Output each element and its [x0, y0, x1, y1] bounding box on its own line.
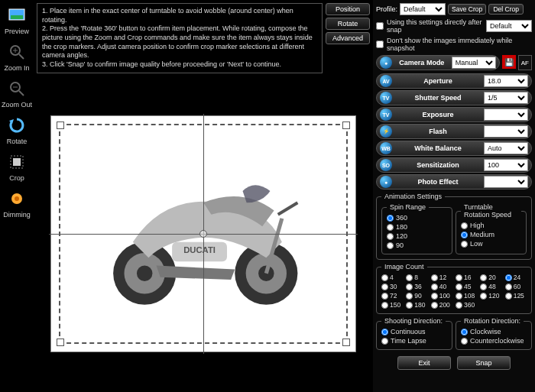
speed-option[interactable]: Medium [461, 231, 521, 238]
shoot-option[interactable]: Continuous [381, 328, 447, 335]
imgcount-radio[interactable] [381, 274, 388, 281]
advanced-button[interactable]: Advanced [326, 32, 370, 44]
imgcount-option[interactable]: 90 [406, 292, 427, 300]
del-crop-button[interactable]: Del Crop [488, 4, 524, 15]
imgcount-option[interactable]: 200 [431, 301, 452, 309]
setting-select[interactable]: 100 [484, 159, 528, 171]
imgcount-option[interactable]: 45 [456, 283, 477, 290]
rot-radio[interactable] [461, 329, 468, 335]
shoot-radio[interactable] [381, 329, 388, 335]
imgcount-option[interactable]: 360 [456, 301, 477, 309]
imgcount-radio[interactable] [505, 293, 512, 300]
crop-handle-bl[interactable] [57, 339, 64, 346]
imgcount-radio[interactable] [406, 293, 413, 300]
imgcount-option[interactable]: 180 [406, 301, 427, 309]
imgcount-radio[interactable] [505, 283, 512, 290]
preview-canvas[interactable]: DUCATI [50, 115, 356, 352]
speed-radio[interactable] [461, 222, 468, 229]
imgcount-radio[interactable] [431, 293, 438, 300]
crop-handle-tr[interactable] [342, 121, 350, 129]
shoot-option[interactable]: Time Lapse [381, 337, 447, 345]
imgcount-radio[interactable] [406, 302, 413, 309]
setting-select[interactable]: 18.0 [484, 75, 528, 87]
speed-option[interactable]: High [461, 222, 521, 229]
spin-radio[interactable] [387, 224, 394, 231]
sidebar-zoom-out[interactable]: Zoom Out [2, 78, 32, 109]
rot-option[interactable]: Clockwise [461, 328, 527, 335]
setting-select[interactable] [484, 176, 528, 188]
imgcount-option[interactable]: 20 [480, 274, 501, 281]
spin-option[interactable]: 180 [387, 223, 447, 231]
imgcount-option[interactable]: 125 [505, 292, 527, 300]
sidebar-zoom-in[interactable]: Zoom In [4, 41, 29, 72]
imgcount-radio[interactable] [456, 293, 462, 300]
spin-option[interactable]: 360 [387, 214, 447, 222]
spin-radio[interactable] [387, 215, 394, 222]
imgcount-option[interactable]: 48 [480, 283, 501, 290]
imgcount-option[interactable]: 120 [480, 292, 501, 300]
sidebar-crop[interactable]: Crop [6, 151, 28, 182]
imgcount-radio[interactable] [381, 293, 388, 300]
imgcount-radio[interactable] [480, 293, 487, 300]
sidebar-rotate[interactable]: Rotate [6, 115, 28, 145]
imgcount-option[interactable]: 150 [381, 301, 403, 309]
setting-select[interactable]: Auto [484, 142, 528, 154]
rotate-button[interactable]: Rotate [326, 18, 370, 30]
speed-option[interactable]: Low [461, 240, 521, 248]
imgcount-option[interactable]: 12 [431, 274, 452, 281]
rot-radio[interactable] [461, 338, 468, 345]
spin-option[interactable]: 120 [387, 232, 447, 240]
crop-rectangle[interactable] [59, 124, 348, 344]
imgcount-option[interactable]: 100 [431, 292, 452, 300]
setting-select[interactable] [484, 125, 528, 138]
imgcount-option[interactable]: 60 [505, 283, 527, 290]
crop-handle-tl[interactable] [57, 121, 64, 129]
imgcount-option[interactable]: 72 [381, 292, 403, 300]
speed-radio[interactable] [461, 241, 468, 248]
after-snap-select[interactable]: Default [486, 20, 532, 32]
imgcount-option[interactable]: 4 [381, 274, 403, 281]
imgcount-radio[interactable] [456, 283, 462, 290]
imgcount-radio[interactable] [381, 302, 388, 309]
imgcount-option[interactable]: 16 [456, 274, 477, 281]
speed-label: Medium [470, 231, 494, 238]
imgcount-radio[interactable] [505, 274, 512, 281]
setting-select[interactable] [484, 109, 528, 121]
af-button[interactable]: AF [518, 55, 532, 70]
imgcount-option[interactable]: 36 [406, 283, 427, 290]
imgcount-radio[interactable] [431, 283, 438, 290]
imgcount-radio[interactable] [480, 274, 487, 281]
save-crop-button[interactable]: Save Crop [448, 4, 486, 15]
imgcount-option[interactable]: 40 [431, 283, 452, 290]
sidebar-preview[interactable]: Preview [5, 5, 29, 35]
imgcount-option[interactable]: 8 [406, 274, 427, 281]
imgcount-option[interactable]: 24 [505, 274, 527, 281]
camera-mode-select[interactable]: Manual [452, 57, 496, 69]
rot-option[interactable]: Counterclockwise [461, 337, 527, 345]
imgcount-option[interactable]: 30 [381, 283, 403, 290]
profile-select[interactable]: Default [400, 3, 446, 15]
use-settings-checkbox[interactable] [376, 22, 384, 30]
shoot-radio[interactable] [381, 338, 388, 345]
imgcount-radio[interactable] [381, 283, 388, 290]
position-button[interactable]: Position [326, 3, 370, 15]
spin-radio[interactable] [387, 242, 394, 249]
save-icon[interactable]: 💾 [502, 55, 516, 69]
imgcount-radio[interactable] [431, 274, 438, 281]
exit-button[interactable]: Exit [397, 356, 451, 370]
spin-option[interactable]: 90 [387, 241, 447, 249]
sidebar-dimming[interactable]: Dimming [3, 188, 31, 219]
snap-button[interactable]: Snap [457, 356, 511, 370]
imgcount-radio[interactable] [456, 274, 462, 281]
imgcount-radio[interactable] [406, 283, 413, 290]
imgcount-option[interactable]: 108 [456, 292, 477, 300]
crop-handle-br[interactable] [342, 339, 350, 346]
imgcount-radio[interactable] [456, 302, 462, 309]
spin-radio[interactable] [387, 233, 394, 240]
speed-radio[interactable] [461, 232, 468, 238]
imgcount-radio[interactable] [406, 274, 413, 281]
dont-show-checkbox[interactable] [376, 40, 384, 48]
imgcount-radio[interactable] [431, 302, 438, 309]
setting-select[interactable]: 1/5 [484, 92, 528, 104]
imgcount-radio[interactable] [480, 283, 487, 290]
